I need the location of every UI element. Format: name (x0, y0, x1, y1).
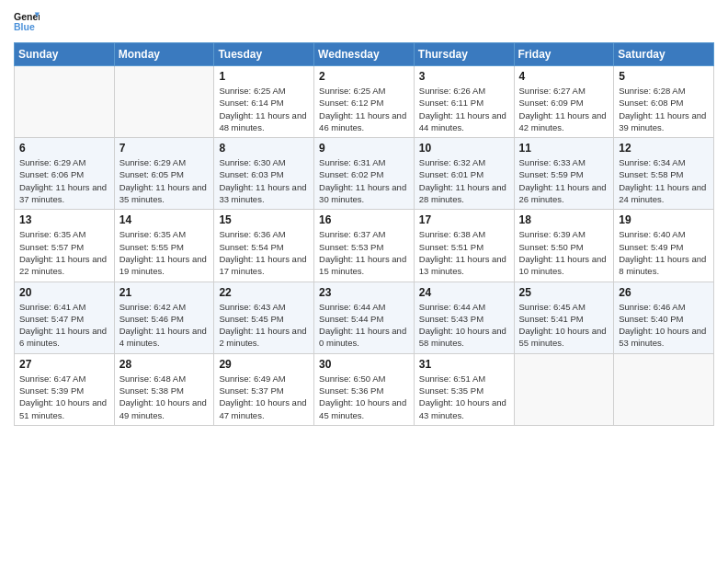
day-cell: 22Sunrise: 6:43 AM Sunset: 5:45 PM Dayli… (214, 282, 314, 353)
day-cell: 1Sunrise: 6:25 AM Sunset: 6:14 PM Daylig… (214, 66, 314, 138)
day-number: 10 (419, 142, 509, 155)
week-row-5: 27Sunrise: 6:47 AM Sunset: 5:39 PM Dayli… (15, 353, 714, 425)
day-cell: 20Sunrise: 6:41 AM Sunset: 5:47 PM Dayli… (15, 282, 115, 353)
day-cell: 12Sunrise: 6:34 AM Sunset: 5:58 PM Dayli… (614, 138, 714, 210)
day-info: Sunrise: 6:39 AM Sunset: 5:50 PM Dayligh… (519, 228, 609, 277)
day-info: Sunrise: 6:44 AM Sunset: 5:43 PM Dayligh… (419, 301, 509, 350)
day-info: Sunrise: 6:27 AM Sunset: 6:09 PM Dayligh… (519, 85, 609, 133)
day-cell (614, 353, 714, 425)
day-info: Sunrise: 6:43 AM Sunset: 5:45 PM Dayligh… (219, 301, 309, 350)
day-cell: 14Sunrise: 6:35 AM Sunset: 5:55 PM Dayli… (114, 210, 214, 282)
day-info: Sunrise: 6:51 AM Sunset: 5:35 PM Dayligh… (419, 373, 509, 421)
day-info: Sunrise: 6:46 AM Sunset: 5:40 PM Dayligh… (619, 301, 709, 350)
day-number: 30 (319, 358, 409, 371)
day-number: 27 (19, 358, 109, 371)
day-cell (114, 66, 214, 138)
day-number: 20 (19, 286, 109, 299)
day-number: 28 (119, 358, 210, 371)
day-info: Sunrise: 6:44 AM Sunset: 5:44 PM Dayligh… (319, 301, 409, 350)
week-row-2: 6Sunrise: 6:29 AM Sunset: 6:06 PM Daylig… (15, 138, 714, 210)
day-cell: 11Sunrise: 6:33 AM Sunset: 5:59 PM Dayli… (514, 138, 614, 210)
day-cell: 29Sunrise: 6:49 AM Sunset: 5:37 PM Dayli… (214, 353, 314, 425)
day-number: 29 (219, 358, 309, 371)
day-cell: 30Sunrise: 6:50 AM Sunset: 5:36 PM Dayli… (314, 353, 415, 425)
day-cell: 13Sunrise: 6:35 AM Sunset: 5:57 PM Dayli… (15, 210, 115, 282)
day-info: Sunrise: 6:28 AM Sunset: 6:08 PM Dayligh… (619, 85, 709, 133)
day-number: 19 (619, 213, 709, 226)
day-cell: 8Sunrise: 6:30 AM Sunset: 6:03 PM Daylig… (214, 138, 314, 210)
day-number: 13 (19, 213, 109, 226)
day-info: Sunrise: 6:25 AM Sunset: 6:14 PM Dayligh… (219, 85, 309, 133)
day-number: 7 (119, 142, 210, 155)
day-info: Sunrise: 6:45 AM Sunset: 5:41 PM Dayligh… (519, 301, 609, 350)
day-cell: 5Sunrise: 6:28 AM Sunset: 6:08 PM Daylig… (614, 66, 714, 138)
day-cell: 2Sunrise: 6:25 AM Sunset: 6:12 PM Daylig… (314, 66, 415, 138)
day-number: 2 (319, 70, 409, 83)
day-number: 1 (219, 70, 309, 83)
calendar-header: Sunday Monday Tuesday Wednesday Thursday… (15, 43, 714, 66)
week-row-4: 20Sunrise: 6:41 AM Sunset: 5:47 PM Dayli… (15, 282, 714, 353)
day-info: Sunrise: 6:34 AM Sunset: 5:58 PM Dayligh… (619, 156, 709, 205)
day-cell: 28Sunrise: 6:48 AM Sunset: 5:38 PM Dayli… (114, 353, 214, 425)
col-friday: Friday (514, 43, 614, 66)
calendar: Sunday Monday Tuesday Wednesday Thursday… (14, 42, 714, 426)
day-info: Sunrise: 6:25 AM Sunset: 6:12 PM Dayligh… (319, 85, 409, 133)
day-number: 3 (419, 70, 509, 83)
day-number: 18 (519, 213, 609, 226)
day-number: 21 (119, 286, 210, 299)
day-number: 8 (219, 142, 309, 155)
day-number: 25 (519, 286, 609, 299)
day-info: Sunrise: 6:26 AM Sunset: 6:11 PM Dayligh… (419, 85, 509, 133)
day-number: 11 (519, 142, 609, 155)
day-number: 16 (319, 213, 409, 226)
day-cell: 16Sunrise: 6:37 AM Sunset: 5:53 PM Dayli… (314, 210, 415, 282)
day-number: 14 (119, 213, 210, 226)
page-header: General Blue (14, 9, 714, 35)
day-cell: 10Sunrise: 6:32 AM Sunset: 6:01 PM Dayli… (414, 138, 514, 210)
col-sunday: Sunday (15, 43, 115, 66)
day-number: 4 (519, 70, 609, 83)
day-info: Sunrise: 6:33 AM Sunset: 5:59 PM Dayligh… (519, 156, 609, 205)
day-info: Sunrise: 6:41 AM Sunset: 5:47 PM Dayligh… (19, 301, 109, 350)
svg-text:Blue: Blue (14, 21, 35, 32)
day-number: 15 (219, 213, 309, 226)
day-number: 23 (319, 286, 409, 299)
day-cell: 17Sunrise: 6:38 AM Sunset: 5:51 PM Dayli… (414, 210, 514, 282)
day-cell: 9Sunrise: 6:31 AM Sunset: 6:02 PM Daylig… (314, 138, 415, 210)
col-wednesday: Wednesday (314, 43, 415, 66)
logo-icon: General Blue (14, 9, 40, 35)
weekday-row: Sunday Monday Tuesday Wednesday Thursday… (15, 43, 714, 66)
day-number: 17 (419, 213, 509, 226)
day-cell: 23Sunrise: 6:44 AM Sunset: 5:44 PM Dayli… (314, 282, 415, 353)
day-cell: 24Sunrise: 6:44 AM Sunset: 5:43 PM Dayli… (414, 282, 514, 353)
week-row-1: 1Sunrise: 6:25 AM Sunset: 6:14 PM Daylig… (15, 66, 714, 138)
day-number: 9 (319, 142, 409, 155)
day-info: Sunrise: 6:35 AM Sunset: 5:55 PM Dayligh… (119, 228, 210, 277)
col-saturday: Saturday (614, 43, 714, 66)
day-number: 12 (619, 142, 709, 155)
day-cell: 27Sunrise: 6:47 AM Sunset: 5:39 PM Dayli… (15, 353, 115, 425)
day-info: Sunrise: 6:36 AM Sunset: 5:54 PM Dayligh… (219, 228, 309, 277)
day-cell: 25Sunrise: 6:45 AM Sunset: 5:41 PM Dayli… (514, 282, 614, 353)
col-monday: Monday (114, 43, 214, 66)
day-info: Sunrise: 6:29 AM Sunset: 6:06 PM Dayligh… (19, 156, 109, 205)
col-tuesday: Tuesday (214, 43, 314, 66)
day-number: 6 (19, 142, 109, 155)
day-cell: 4Sunrise: 6:27 AM Sunset: 6:09 PM Daylig… (514, 66, 614, 138)
day-cell (15, 66, 115, 138)
day-cell: 3Sunrise: 6:26 AM Sunset: 6:11 PM Daylig… (414, 66, 514, 138)
day-info: Sunrise: 6:49 AM Sunset: 5:37 PM Dayligh… (219, 373, 309, 421)
day-info: Sunrise: 6:35 AM Sunset: 5:57 PM Dayligh… (19, 228, 109, 277)
day-number: 5 (619, 70, 709, 83)
day-info: Sunrise: 6:50 AM Sunset: 5:36 PM Dayligh… (319, 373, 409, 421)
day-number: 31 (419, 358, 509, 371)
day-number: 24 (419, 286, 509, 299)
day-number: 26 (619, 286, 709, 299)
logo: General Blue (14, 9, 43, 35)
day-number: 22 (219, 286, 309, 299)
calendar-body: 1Sunrise: 6:25 AM Sunset: 6:14 PM Daylig… (15, 66, 714, 426)
day-cell: 31Sunrise: 6:51 AM Sunset: 5:35 PM Dayli… (414, 353, 514, 425)
day-info: Sunrise: 6:29 AM Sunset: 6:05 PM Dayligh… (119, 156, 210, 205)
day-info: Sunrise: 6:38 AM Sunset: 5:51 PM Dayligh… (419, 228, 509, 277)
day-cell: 6Sunrise: 6:29 AM Sunset: 6:06 PM Daylig… (15, 138, 115, 210)
